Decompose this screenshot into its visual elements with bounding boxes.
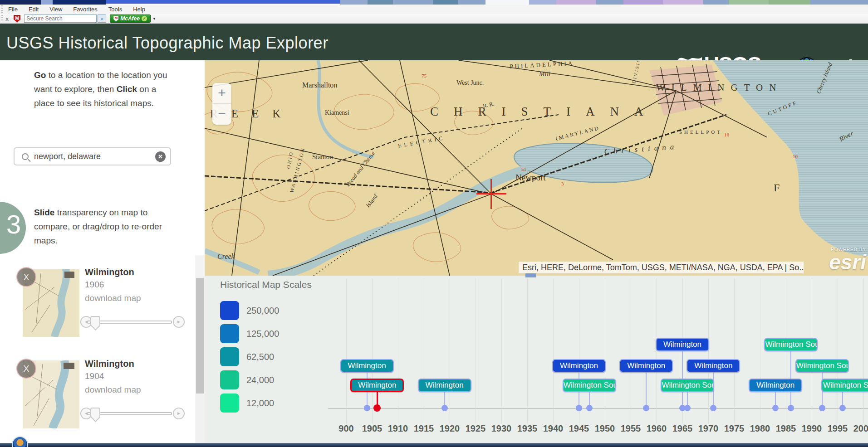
browser-tab-fragment[interactable] — [433, 0, 458, 5]
secure-search-input[interactable] — [24, 15, 97, 23]
location-search-input[interactable] — [34, 152, 155, 161]
menu-file[interactable]: File — [8, 6, 18, 13]
timeline-map-button[interactable]: Wilmington So — [821, 379, 868, 392]
browser-tab-fragment[interactable] — [458, 0, 485, 5]
legend-swatch[interactable] — [220, 370, 239, 389]
legend-swatch[interactable] — [220, 394, 239, 413]
toolbar-grip[interactable] — [1, 5, 3, 13]
panel-collapse-box[interactable] — [195, 255, 205, 277]
clear-search-icon[interactable]: ✕ — [155, 151, 166, 162]
browser-tab-fragment[interactable] — [340, 0, 368, 5]
timeline-map-button[interactable]: Wilmington — [340, 359, 394, 373]
legend-row: 12,000 — [220, 394, 279, 413]
browser-tab-fragment[interactable] — [769, 0, 810, 5]
timeline-year-dot[interactable] — [839, 405, 846, 411]
timeline-year-dot[interactable] — [788, 405, 794, 411]
gridline — [734, 278, 735, 423]
menu-edit[interactable]: Edit — [29, 6, 39, 13]
timeline-map-button[interactable]: Wilmington — [687, 359, 740, 373]
toolbar-grip[interactable] — [1, 15, 3, 22]
zoom-out-button[interactable]: − — [212, 104, 231, 125]
browser-tab-fragment[interactable] — [0, 0, 41, 5]
timeline-year-dot[interactable] — [710, 405, 716, 411]
year-tick-label: 1920 — [436, 423, 463, 434]
timeline-year-dot[interactable] — [819, 405, 825, 411]
year-tick-label: 1990 — [798, 423, 825, 434]
browser-tab-strip[interactable] — [0, 0, 868, 5]
timeline-stem — [646, 373, 647, 408]
browser-tab-fragment[interactable] — [596, 0, 623, 5]
timeline-map-button[interactable]: Wilmington Sou — [661, 379, 714, 392]
browser-tab-fragment[interactable] — [623, 0, 663, 5]
menu-help[interactable]: Help — [133, 6, 145, 13]
transparency-slider-thumb[interactable] — [90, 316, 100, 326]
map-place-label: 10 — [793, 154, 798, 159]
timeline-chart[interactable]: 9001905191019151920192519301935194019451… — [346, 276, 863, 439]
timeline-map-button[interactable]: Wilmington Sou — [563, 379, 616, 392]
timeline-axis — [328, 408, 868, 409]
timeline-year-dot[interactable] — [441, 405, 448, 411]
browser-tab-fragment[interactable] — [106, 0, 340, 5]
download-map-link[interactable]: download map — [85, 385, 141, 395]
browser-tab-fragment[interactable] — [41, 0, 53, 5]
remove-layer-button[interactable]: X — [16, 267, 36, 287]
scrollbar-thumb[interactable] — [196, 278, 204, 394]
year-tick-label: 1935 — [514, 423, 541, 434]
panel-drag-handle[interactable] — [525, 273, 536, 277]
search-go-button[interactable]: ⌕ — [98, 15, 106, 23]
map-attribution[interactable]: Esri, HERE, DeLorme, TomTom, USGS, METI/… — [519, 262, 804, 273]
browser-tab-fragment[interactable] — [368, 0, 393, 5]
timeline-year-dot[interactable] — [772, 405, 779, 411]
browser-tab-fragment[interactable] — [729, 0, 769, 5]
gridline — [476, 278, 476, 423]
menu-favorites[interactable]: Favorites — [73, 6, 97, 13]
browser-menu-bar: File Edit View Favorites Tools Help — [0, 5, 868, 14]
timeline-map-button[interactable]: Wilmington — [418, 379, 471, 392]
timeline-map-button[interactable]: Wilmington — [749, 379, 802, 392]
browser-tab-fragment[interactable] — [663, 0, 703, 5]
timeline-map-button[interactable]: Wilmington Sou — [795, 359, 849, 373]
timeline-map-button[interactable]: Wilmington — [552, 359, 606, 373]
remove-layer-button[interactable]: X — [16, 359, 36, 379]
mcafee-button[interactable]: M McAfee ✓ — [110, 15, 151, 23]
browser-tab-fragment[interactable] — [393, 0, 433, 5]
timeline-year-dot[interactable] — [373, 404, 381, 412]
browser-tab-fragment[interactable] — [53, 0, 106, 5]
menu-view[interactable]: View — [49, 6, 62, 13]
browser-tab-fragment[interactable] — [703, 0, 729, 5]
legend-swatch[interactable] — [220, 347, 239, 366]
timeline-year-dot[interactable] — [586, 405, 593, 411]
legend-swatch[interactable] — [220, 301, 239, 320]
legend-row: 125,000 — [220, 324, 279, 343]
timeline-map-button[interactable]: Wilmington — [350, 379, 404, 392]
browser-tab-fragment[interactable] — [810, 0, 868, 5]
check-icon: ✓ — [142, 16, 147, 21]
timeline-year-dot[interactable] — [364, 405, 370, 411]
sidebar: Go to a location to the location you wan… — [0, 60, 195, 443]
timeline-year-dot[interactable] — [643, 405, 649, 411]
map-place-label: Kiamensi — [325, 109, 349, 117]
slider-right-arrow[interactable]: ► — [173, 408, 185, 419]
timeline-map-button[interactable]: Wilmington — [619, 359, 673, 373]
mcafee-shield-icon: M — [113, 16, 118, 22]
transparency-slider-thumb[interactable] — [90, 408, 100, 418]
timeline-map-button[interactable]: Wilmington Sou — [764, 338, 818, 351]
browser-tab-fragment[interactable] — [529, 0, 556, 5]
year-tick-label: 900 — [333, 423, 360, 434]
timeline-year-dot[interactable] — [576, 405, 582, 411]
browser-tab-fragment[interactable] — [485, 0, 529, 5]
historical-map-canvas[interactable]: PHILADELPHIAMillMarshalltonWest Junc.CHR… — [205, 60, 868, 276]
timeline-year-dot[interactable] — [684, 405, 691, 411]
toolbar-close-icon[interactable]: x — [5, 15, 9, 22]
menu-tools[interactable]: Tools — [108, 6, 122, 13]
sidebar-scroll-strip — [195, 60, 205, 443]
gridline — [631, 278, 631, 423]
browser-tab-fragment[interactable] — [556, 0, 596, 5]
zoom-in-button[interactable]: + — [212, 83, 231, 104]
timeline-map-button[interactable]: Wilmington — [656, 338, 709, 351]
legend-swatch[interactable] — [220, 324, 239, 343]
chevron-down-icon[interactable]: ▼ — [152, 17, 156, 21]
download-map-link[interactable]: download map — [85, 293, 141, 303]
windows-taskbar[interactable] — [0, 443, 868, 447]
slider-right-arrow[interactable]: ► — [173, 316, 185, 328]
